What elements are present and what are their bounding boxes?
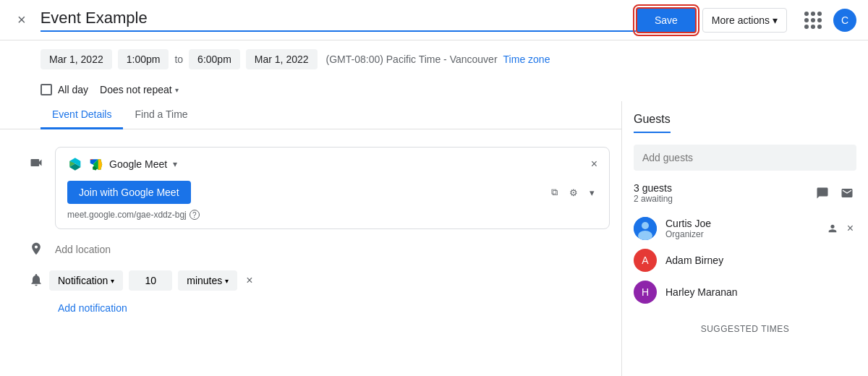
- more-actions-label: More actions: [712, 14, 770, 26]
- main-content: Event Details Find a Time: [0, 101, 868, 376]
- avatar[interactable]: C: [833, 9, 856, 32]
- google-meet-icon: [88, 156, 103, 172]
- gear-icon: ⚙: [569, 187, 578, 198]
- save-button[interactable]: Save: [636, 7, 697, 33]
- location-row: [0, 235, 621, 265]
- event-details-content: Google Meet ▾ × Join with Google Meet ⧉: [0, 129, 621, 331]
- meet-link: meet.google.com/gae-xddz-bgj ?: [67, 210, 597, 220]
- chevron-down-icon: ▾: [773, 14, 778, 26]
- right-panel: Guests 3 guests 2 awaiting: [622, 101, 868, 376]
- timezone-link[interactable]: Time zone: [503, 54, 550, 65]
- notification-row: Notification ▾ 10 minutes ▾ ×: [0, 265, 621, 296]
- guests-count: 3 guests 2 awaiting: [622, 176, 868, 207]
- meet-actions: ⧉ ⚙ ▾: [548, 184, 597, 201]
- meet-close-button[interactable]: ×: [591, 158, 597, 171]
- guest-info: Curtis Joe Organizer: [665, 218, 815, 239]
- notification-unit-select[interactable]: minutes ▾: [178, 270, 237, 291]
- datetime-row: Mar 1, 2022 1:00pm to 6:00pm Mar 1, 2022…: [0, 40, 868, 78]
- repeat-button[interactable]: Does not repeat ▾: [94, 81, 184, 98]
- repeat-chevron-icon: ▾: [175, 86, 179, 94]
- start-date-button[interactable]: Mar 1, 2022: [41, 49, 112, 69]
- suggested-times-label: SUGGESTED TIMES: [701, 324, 790, 334]
- guests-count-text: 3 guests: [634, 182, 672, 194]
- avatar-initial: A: [642, 255, 648, 266]
- guest-item: A Adam Birney: [634, 244, 856, 276]
- meet-label: Google Meet: [109, 158, 167, 170]
- close-button[interactable]: ×: [12, 6, 32, 34]
- meet-card: Google Meet ▾ × Join with Google Meet ⧉: [55, 147, 610, 229]
- meet-row: Google Meet ▾ × Join with Google Meet ⧉: [0, 141, 621, 235]
- left-panel: Event Details Find a Time: [0, 101, 622, 376]
- guests-title: Guests: [634, 113, 671, 133]
- meet-logo-icon: [67, 157, 82, 171]
- meet-settings-button[interactable]: ⚙: [566, 184, 581, 201]
- header-actions: Save More actions ▾ C: [636, 7, 856, 33]
- apps-icon[interactable]: [804, 12, 822, 29]
- add-guests-input[interactable]: [634, 145, 856, 171]
- notification-type-label: Notification: [58, 275, 108, 286]
- meet-chevron-icon: ▾: [173, 159, 177, 169]
- copy-link-button[interactable]: ⧉: [548, 184, 561, 201]
- guest-name: Adam Birney: [665, 255, 856, 266]
- join-meet-button[interactable]: Join with Google Meet: [67, 181, 191, 204]
- person-icon: [827, 223, 838, 234]
- close-icon: ×: [17, 12, 26, 28]
- add-notification-link[interactable]: Add notification: [0, 296, 621, 320]
- remove-notification-button[interactable]: ×: [246, 274, 252, 287]
- guest-role: Organizer: [665, 229, 815, 239]
- tab-event-details[interactable]: Event Details: [41, 101, 123, 129]
- meet-card-header: Google Meet ▾ ×: [67, 156, 597, 172]
- end-date-button[interactable]: Mar 1, 2022: [246, 49, 318, 69]
- allday-label: All day: [58, 84, 88, 95]
- guests-header: Guests: [622, 101, 868, 139]
- guest-info: Harley Maranan: [665, 286, 856, 298]
- to-label: to: [174, 54, 183, 65]
- svg-point-2: [642, 222, 649, 229]
- guest-email-button[interactable]: [838, 184, 856, 202]
- notification-unit-chevron: ▾: [225, 277, 229, 285]
- video-camera-icon: [29, 155, 43, 174]
- guests-list: Curtis Joe Organizer ×: [622, 207, 868, 314]
- bell-icon: [29, 273, 43, 289]
- email-icon: [841, 187, 854, 200]
- guest-item: H Harley Maranan: [634, 276, 856, 308]
- help-icon[interactable]: ?: [190, 210, 200, 220]
- close-icon: ×: [847, 222, 854, 235]
- notification-unit-label: minutes: [187, 275, 222, 286]
- guest-person-icon-button[interactable]: [824, 219, 841, 238]
- avatar: [634, 217, 657, 240]
- meet-expand-button[interactable]: ▾: [587, 184, 597, 201]
- location-input[interactable]: [55, 241, 610, 259]
- guest-info: Adam Birney: [665, 255, 856, 266]
- header: × Save More actions ▾ C: [0, 0, 868, 40]
- end-time-button[interactable]: 6:00pm: [189, 49, 240, 69]
- repeat-label: Does not repeat: [100, 84, 172, 95]
- guest-actions: ×: [824, 219, 856, 238]
- avatar-initial: H: [642, 286, 649, 298]
- allday-row: All day Does not repeat ▾: [0, 78, 868, 101]
- suggested-times-section: SUGGESTED TIMES: [622, 314, 868, 343]
- guest-name: Curtis Joe: [665, 218, 815, 229]
- chevron-down-icon: ▾: [590, 187, 595, 198]
- meet-card-footer: Join with Google Meet ⧉ ⚙ ▾: [67, 181, 597, 204]
- guest-name: Harley Maranan: [665, 286, 856, 298]
- timezone-text: (GMT-08:00) Pacific Time - Vancouver: [326, 54, 498, 65]
- notification-value-input[interactable]: 10: [129, 270, 172, 291]
- event-title-input[interactable]: [41, 9, 636, 32]
- profile-photo-icon: [634, 217, 657, 240]
- notification-type-chevron: ▾: [111, 277, 114, 285]
- start-time-button[interactable]: 1:00pm: [118, 49, 169, 69]
- avatar: H: [634, 281, 657, 304]
- guest-chat-button[interactable]: [813, 184, 832, 202]
- tab-find-a-time[interactable]: Find a Time: [123, 101, 199, 129]
- allday-checkbox[interactable]: [41, 84, 52, 95]
- chat-icon: [816, 187, 829, 200]
- guest-item: Curtis Joe Organizer ×: [634, 213, 856, 244]
- notification-type-select[interactable]: Notification ▾: [49, 270, 123, 291]
- location-pin-icon: [29, 242, 43, 258]
- guests-awaiting-text: 2 awaiting: [634, 194, 673, 204]
- meet-url: meet.google.com/gae-xddz-bgj: [67, 210, 187, 220]
- remove-guest-button[interactable]: ×: [844, 219, 856, 238]
- tabs: Event Details Find a Time: [0, 101, 621, 129]
- more-actions-button[interactable]: More actions ▾: [702, 8, 787, 33]
